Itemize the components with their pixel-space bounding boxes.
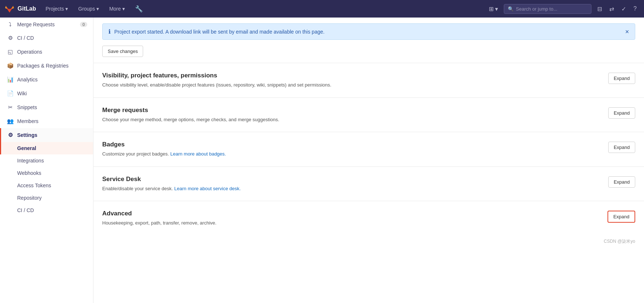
sidebar-label-members: Members xyxy=(17,118,38,124)
todo-icon[interactable]: ✓ xyxy=(618,3,629,15)
brand-name: GitLab xyxy=(18,5,36,12)
sidebar-item-analytics[interactable]: 📊 Analytics xyxy=(0,73,93,87)
submenu-repository[interactable]: Repository xyxy=(0,192,93,204)
advanced-expand-button[interactable]: Expand xyxy=(607,211,635,223)
more-menu[interactable]: More ▾ xyxy=(106,4,129,14)
sidebar-item-settings[interactable]: ⚙ Settings xyxy=(0,128,93,142)
watermark-text: CSDN @柒米yo xyxy=(604,239,635,244)
sidebar-item-operations[interactable]: ◱ Operations xyxy=(0,45,93,59)
service-desk-title: Service Desk xyxy=(102,176,602,183)
badges-description: Customize your project badges. Learn mor… xyxy=(102,150,602,158)
service-desk-section: Service Desk Enable/disable your service… xyxy=(93,166,644,201)
wrench-icon[interactable]: 🔧 xyxy=(131,3,146,15)
visibility-section: Visibility, project features, permission… xyxy=(93,63,644,97)
sidebar-item-packages[interactable]: 📦 Packages & Registries xyxy=(0,59,93,73)
sidebar-item-ci-cd[interactable]: ⚙ CI / CD xyxy=(0,31,93,45)
badges-section-header: Badges Customize your project badges. Le… xyxy=(102,141,635,158)
sidebar-label-operations: Operations xyxy=(17,49,42,55)
issues-icon[interactable]: ⊟ xyxy=(594,3,605,15)
visibility-section-content: Visibility, project features, permission… xyxy=(102,72,602,89)
merge-requests-description: Choose your merge method, merge options,… xyxy=(102,116,602,123)
info-icon: ℹ xyxy=(108,28,111,35)
merge-requests-sidebar-icon: ⤵ xyxy=(7,21,14,27)
service-desk-description: Enable/disable your service desk. Learn … xyxy=(102,185,602,192)
help-icon[interactable]: ? xyxy=(630,3,640,14)
advanced-description: Housekeeping, export, path, transfer, re… xyxy=(102,219,602,227)
main-content: ℹ Project export started. A download lin… xyxy=(93,18,644,303)
sidebar-item-snippets[interactable]: ✂ Snippets xyxy=(0,100,93,114)
advanced-section: Advanced Housekeeping, export, path, tra… xyxy=(93,201,644,235)
snippets-icon: ✂ xyxy=(7,104,14,111)
alert-banner: ℹ Project export started. A download lin… xyxy=(102,23,635,40)
merge-requests-section-content: Merge requests Choose your merge method,… xyxy=(102,107,602,123)
sidebar: ⤵ Merge Requests 0 ⚙ CI / CD ◱ Operation… xyxy=(0,18,93,303)
visibility-section-header: Visibility, project features, permission… xyxy=(102,72,635,89)
sidebar-label-ci-cd: CI / CD xyxy=(17,35,34,41)
groups-label: Groups xyxy=(78,6,95,12)
advanced-section-header: Advanced Housekeeping, export, path, tra… xyxy=(102,210,635,227)
badges-learn-more-link[interactable]: Learn more about badges. xyxy=(170,151,226,157)
projects-label: Projects xyxy=(46,6,64,12)
sidebar-item-members[interactable]: 👥 Members xyxy=(0,114,93,128)
groups-menu[interactable]: Groups ▾ xyxy=(74,4,103,14)
settings-icon: ⚙ xyxy=(7,132,14,138)
service-desk-section-content: Service Desk Enable/disable your service… xyxy=(102,176,602,192)
settings-submenu: General Integrations Webhooks Access Tok… xyxy=(0,142,93,216)
sidebar-label-merge-requests: Merge Requests xyxy=(17,22,55,27)
more-label: More xyxy=(109,6,121,12)
sidebar-label-analytics: Analytics xyxy=(17,77,38,83)
search-box[interactable]: 🔍 Search or jump to... xyxy=(504,4,591,14)
sidebar-item-wiki[interactable]: 📄 Wiki xyxy=(0,87,93,100)
merge-requests-section: Merge requests Choose your merge method,… xyxy=(93,97,644,132)
submenu-ci-cd[interactable]: CI / CD xyxy=(0,204,93,216)
sidebar-item-merge-requests[interactable]: ⤵ Merge Requests 0 xyxy=(0,18,93,31)
badges-title: Badges xyxy=(102,141,602,148)
alert-close-button[interactable]: × xyxy=(625,28,629,35)
page-layout: ⤵ Merge Requests 0 ⚙ CI / CD ◱ Operation… xyxy=(0,18,644,303)
submenu-access-tokens[interactable]: Access Tokens xyxy=(0,179,93,192)
operations-icon: ◱ xyxy=(7,49,14,55)
footer-watermark: CSDN @柒米yo xyxy=(93,235,644,248)
alert-message: Project export started. A download link … xyxy=(114,29,325,35)
sidebar-label-packages: Packages & Registries xyxy=(17,63,69,69)
packages-icon: 📦 xyxy=(7,62,14,69)
members-icon: 👥 xyxy=(7,118,14,124)
save-changes-area: Save changes xyxy=(93,46,644,63)
advanced-section-content: Advanced Housekeeping, export, path, tra… xyxy=(102,210,602,227)
search-area: ⊞ ▾ 🔍 Search or jump to... ⊟ ⇄ ✓ ? xyxy=(486,3,640,15)
merge-requests-section-header: Merge requests Choose your merge method,… xyxy=(102,107,635,123)
wiki-icon: 📄 xyxy=(7,90,14,97)
sidebar-label-wiki: Wiki xyxy=(17,91,27,96)
badges-section: Badges Customize your project badges. Le… xyxy=(93,132,644,166)
merge-requests-title: Merge requests xyxy=(102,107,602,114)
add-button[interactable]: ⊞ ▾ xyxy=(486,3,501,15)
merge-requests-expand-button[interactable]: Expand xyxy=(608,107,635,119)
visibility-description: Choose visibility level, enable/disable … xyxy=(102,81,602,89)
merge-requests-badge: 0 xyxy=(80,22,87,27)
visibility-expand-button[interactable]: Expand xyxy=(608,73,635,84)
badges-section-content: Badges Customize your project badges. Le… xyxy=(102,141,602,158)
groups-chevron: ▾ xyxy=(96,6,99,12)
service-desk-section-header: Service Desk Enable/disable your service… xyxy=(102,176,635,192)
nav-icons: ⊟ ⇄ ✓ ? xyxy=(594,3,640,15)
projects-chevron: ▾ xyxy=(65,6,68,12)
sidebar-label-settings: Settings xyxy=(17,132,37,138)
more-chevron: ▾ xyxy=(122,6,125,12)
submenu-general[interactable]: General xyxy=(0,142,93,154)
search-icon: 🔍 xyxy=(508,6,514,12)
merge-requests-icon[interactable]: ⇄ xyxy=(606,3,617,15)
save-changes-button[interactable]: Save changes xyxy=(102,46,143,57)
gitlab-logo[interactable]: GitLab xyxy=(4,4,36,14)
service-desk-expand-button[interactable]: Expand xyxy=(608,176,635,188)
analytics-icon: 📊 xyxy=(7,76,14,83)
visibility-title: Visibility, project features, permission… xyxy=(102,72,602,79)
projects-menu[interactable]: Projects ▾ xyxy=(42,4,72,14)
submenu-webhooks[interactable]: Webhooks xyxy=(0,167,93,179)
advanced-title: Advanced xyxy=(102,210,602,217)
submenu-integrations[interactable]: Integrations xyxy=(0,154,93,167)
top-navigation: GitLab Projects ▾ Groups ▾ More ▾ 🔧 ⊞ ▾ … xyxy=(0,0,644,18)
badges-expand-button[interactable]: Expand xyxy=(608,142,635,153)
service-desk-learn-more-link[interactable]: Learn more about service desk. xyxy=(174,186,241,191)
sidebar-label-snippets: Snippets xyxy=(17,104,37,110)
ci-cd-icon: ⚙ xyxy=(7,35,14,41)
